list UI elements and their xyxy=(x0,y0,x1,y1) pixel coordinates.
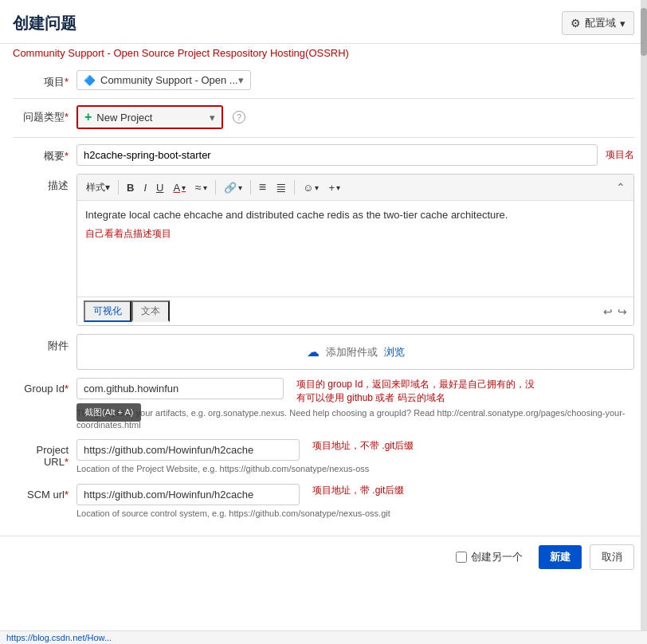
link-icon: 🔗 xyxy=(224,182,237,194)
summary-row: 概要* 项目名 xyxy=(13,144,634,166)
group-id-annotation: 项目的 group Id，返回来即域名，最好是自己拥有的，没有可以使用 gith… xyxy=(296,378,535,405)
insert-more-button[interactable]: + ▾ xyxy=(324,180,344,195)
gear-icon: ⚙ xyxy=(571,17,581,29)
summary-control: 项目名 xyxy=(76,144,634,166)
ol-icon: ≣ xyxy=(276,180,286,195)
upload-icon: ☁ xyxy=(307,344,320,359)
description-row: 描述 样式▾ B I xyxy=(13,174,634,326)
page-footer: 创建另一个 新建 取消 xyxy=(0,536,647,578)
toolbar-sep-3 xyxy=(250,180,251,194)
style-label: 样式▾ xyxy=(86,181,110,194)
divider-2 xyxy=(13,137,634,138)
help-icon[interactable]: ? xyxy=(233,111,245,124)
group-id-label: Group Id* xyxy=(13,378,76,395)
underline-button[interactable]: U xyxy=(152,180,167,195)
config-btn-label: 配置域 xyxy=(585,16,616,30)
project-url-control: 项目地址，不带 .git后缀 Location of the Project W… xyxy=(76,439,634,475)
issue-type-chevron-icon: ▾ xyxy=(210,112,215,124)
project-url-input[interactable] xyxy=(76,439,300,461)
scroll-thumb[interactable] xyxy=(641,8,647,56)
unordered-list-button[interactable]: ≡ xyxy=(255,179,270,196)
subtitle-row: Community Support - Open Source Project … xyxy=(0,44,647,65)
project-url-label: Project URL* xyxy=(13,439,76,468)
form-body: 项目* 🔷 Community Support - Open ... ▾ 问题类… xyxy=(0,65,647,536)
attachment-control: ☁ 添加附件或 浏览 xyxy=(76,334,634,370)
toolbar-sep-2 xyxy=(215,180,216,194)
required-star-4: * xyxy=(65,383,69,395)
issue-type-wrap: + New Project ▾ xyxy=(76,105,223,129)
project-chevron-icon: ▾ xyxy=(238,74,244,86)
submit-button[interactable]: 新建 xyxy=(539,545,582,569)
editor-toolbar: 样式▾ B I U A ▾ xyxy=(77,175,633,201)
expand-button[interactable]: ⌃ xyxy=(613,178,629,197)
summary-wrap: 项目名 xyxy=(76,144,634,166)
issue-type-value: New Project xyxy=(96,112,152,124)
redo-button[interactable]: ↪ xyxy=(618,305,627,318)
project-select[interactable]: 🔷 Community Support - Open ... ▾ xyxy=(76,70,251,90)
attachment-label: 附件 xyxy=(13,334,76,353)
emoji-icon: ☺ xyxy=(303,182,313,194)
scrollbar[interactable] xyxy=(641,0,647,644)
color-button[interactable]: A ▾ xyxy=(169,180,190,195)
scm-url-annotation: 项目地址，带 .git后缀 xyxy=(312,484,404,497)
editor-footer: 可视化 文本 ↩ ↪ xyxy=(77,296,633,325)
link-button[interactable]: 🔗 ▾ xyxy=(220,180,246,195)
italic-button[interactable]: I xyxy=(139,180,151,195)
summary-label: 概要* xyxy=(13,144,76,163)
toolbar-sep-1 xyxy=(118,180,119,194)
text-style-button[interactable]: ≈ ▾ xyxy=(191,179,211,195)
attachment-row: 附件 ☁ 添加附件或 浏览 xyxy=(13,334,634,370)
issue-type-select[interactable]: + New Project ▾ xyxy=(78,107,222,128)
plus-icon: + xyxy=(84,110,92,124)
project-label: 项目* xyxy=(13,70,76,89)
undo-button[interactable]: ↩ xyxy=(603,305,613,318)
emoji-button[interactable]: ☺ ▾ xyxy=(299,180,323,195)
screenshot-tooltip: 截图(Alt + A) xyxy=(76,403,141,422)
required-star-2: * xyxy=(65,111,69,123)
group-id-hint: The groupId of your artifacts, e.g. org.… xyxy=(76,407,634,432)
group-id-control: 项目的 group Id，返回来即域名，最好是自己拥有的，没有可以使用 gith… xyxy=(76,378,634,431)
description-label: 描述 xyxy=(13,174,76,193)
editor-actions: ↩ ↪ xyxy=(603,305,627,318)
attachment-zone[interactable]: ☁ 添加附件或 浏览 xyxy=(76,334,634,370)
issue-type-label: 问题类型* xyxy=(13,105,76,124)
chevron-down-icon: ▾ xyxy=(620,18,625,29)
tab-visual[interactable]: 可视化 xyxy=(84,300,131,322)
description-text: Integrate local cache ehcache and distri… xyxy=(85,209,508,221)
group-id-input[interactable] xyxy=(76,378,284,399)
scm-url-row: SCM url* 项目地址，带 .git后缀 Location of sourc… xyxy=(13,484,634,520)
ordered-list-button[interactable]: ≣ xyxy=(272,179,290,197)
required-star-3: * xyxy=(65,150,69,162)
required-star-5: * xyxy=(65,456,69,468)
scm-url-control: 项目地址，带 .git后缀 Location of source control… xyxy=(76,484,634,520)
project-url-hint: Location of the Project Website, e.g. ht… xyxy=(76,463,634,475)
scm-url-hint: Location of source control system, e.g. … xyxy=(76,508,634,520)
project-url-annotation: 项目地址，不带 .git后缀 xyxy=(312,439,414,453)
issue-type-control: + New Project ▾ ? xyxy=(76,105,634,129)
page-title: 创建问题 xyxy=(13,13,76,34)
divider-1 xyxy=(13,98,634,99)
bold-button[interactable]: B xyxy=(123,180,138,195)
attachment-text: 添加附件或 xyxy=(326,345,378,359)
style-button[interactable]: 样式▾ xyxy=(82,179,114,196)
create-another-label[interactable]: 创建另一个 xyxy=(471,550,523,564)
editor-content[interactable]: Integrate local cache ehcache and distri… xyxy=(77,201,633,296)
tab-text[interactable]: 文本 xyxy=(131,300,170,322)
scm-url-input[interactable] xyxy=(76,484,300,505)
url-bar: https://blog.csdn.net/How... xyxy=(0,630,647,644)
project-select-wrap: 🔷 Community Support - Open ... ▾ xyxy=(76,70,634,90)
summary-input[interactable] xyxy=(76,144,598,166)
project-url-row: Project URL* 项目地址，不带 .git后缀 Location of … xyxy=(13,439,634,475)
project-flag-icon: 🔷 xyxy=(84,75,96,86)
group-id-row: Group Id* 项目的 group Id，返回来即域名，最好是自己拥有的，没… xyxy=(13,378,634,431)
desc-annotation: 自己看着点描述项目 xyxy=(85,227,625,241)
page-wrapper: 创建问题 ⚙ 配置域 ▾ Community Support - Open So… xyxy=(0,0,647,644)
config-button[interactable]: ⚙ 配置域 ▾ xyxy=(562,11,634,35)
create-another-checkbox[interactable] xyxy=(456,552,467,563)
cancel-button[interactable]: 取消 xyxy=(590,544,634,570)
create-another-wrap: 创建另一个 xyxy=(456,550,523,564)
required-star: * xyxy=(65,76,69,88)
editor-wrap: 样式▾ B I U A ▾ xyxy=(76,174,634,326)
browse-link[interactable]: 浏览 xyxy=(384,345,405,359)
subtitle-link[interactable]: Community Support - Open Source Project … xyxy=(13,47,349,59)
